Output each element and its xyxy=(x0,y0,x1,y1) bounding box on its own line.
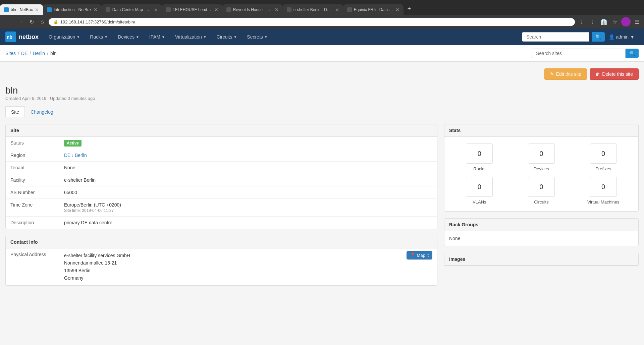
map-it-button[interactable]: 📍 Map it xyxy=(407,251,432,260)
breadcrumb-sites[interactable]: Sites xyxy=(5,51,16,56)
stat-prefixes: 0 Prefixes xyxy=(575,143,632,171)
nav-search: 🔍 xyxy=(522,32,605,42)
breadcrumb-sep-2: / xyxy=(30,51,31,56)
nav-racks[interactable]: Racks ▼ xyxy=(85,28,112,45)
bookmarks-button[interactable]: ⋮⋮⋮ xyxy=(578,17,596,26)
edit-site-button[interactable]: ✎ Edit this site xyxy=(544,68,587,80)
table-row-description: Description primary DE data centre xyxy=(6,217,437,229)
browser-tab-2[interactable]: Introduction - NetBox ✕ xyxy=(43,4,102,15)
page-content: ✎ Edit this site 🗑 Delete this site bln … xyxy=(0,62,644,299)
tab-close-2[interactable]: ✕ xyxy=(94,7,98,12)
bookmark-button[interactable]: ☆ xyxy=(611,17,619,26)
tab-site[interactable]: Site xyxy=(5,106,25,117)
browser-tab-4[interactable]: TELEHOUSE London (N... ✕ xyxy=(162,4,222,15)
tab-close-5[interactable]: ✕ xyxy=(275,7,279,12)
navbar: nb netbox Organization ▼ Racks ▼ Devices… xyxy=(0,28,644,45)
site-panel-header: Site xyxy=(6,124,437,137)
contact-panel: Contact Info Physical Address 📍 Map it xyxy=(5,236,437,286)
breadcrumb-berlin[interactable]: Berlin xyxy=(33,51,45,56)
arrow-icon: › xyxy=(72,153,75,158)
nav-circuits[interactable]: Circuits ▼ xyxy=(212,28,242,45)
caret-icon: ▼ xyxy=(233,35,237,39)
stat-vlans-box[interactable]: 0 xyxy=(466,177,493,197)
label-status: Status xyxy=(6,137,59,149)
forward-button[interactable]: → xyxy=(15,17,25,26)
home-button[interactable]: ⌂ xyxy=(39,17,46,26)
region-de-link[interactable]: DE xyxy=(64,153,70,158)
reload-button[interactable]: ↻ xyxy=(28,17,36,26)
edit-label: Edit this site xyxy=(556,71,581,77)
label-facility: Facility xyxy=(6,174,59,186)
address-input[interactable]: 🔒 192.168.141.137:32769/dcim/sites/bln/ xyxy=(49,18,575,26)
stat-devices-box[interactable]: 0 xyxy=(528,143,555,164)
menu-button[interactable]: ☰ xyxy=(633,17,641,26)
tab-favicon-2 xyxy=(47,7,52,12)
table-row-timezone: Time Zone Europe/Berlin (UTC +0200) Site… xyxy=(6,199,437,217)
pencil-icon: ✎ xyxy=(550,71,554,77)
stats-panel: Stats 0 Racks 0 Devices xyxy=(444,124,639,212)
caret-icon: ▼ xyxy=(162,35,165,39)
stat-vm-box[interactable]: 0 xyxy=(590,177,617,197)
nav-ipam[interactable]: IPAM ▼ xyxy=(145,28,170,45)
nav-organization[interactable]: Organization ▼ xyxy=(44,28,85,45)
tab-close-3[interactable]: ✕ xyxy=(154,7,158,12)
search-sites-input[interactable] xyxy=(532,49,626,58)
label-region: Region xyxy=(6,149,59,162)
label-as-number: AS Number xyxy=(6,186,59,199)
stat-circuits-value: 0 xyxy=(539,183,543,191)
tab-favicon-1 xyxy=(4,7,9,12)
rack-groups-content: None xyxy=(444,231,638,246)
back-button[interactable]: ← xyxy=(3,17,13,26)
logo-text: netbox xyxy=(19,34,39,41)
tab-favicon-7 xyxy=(347,7,352,12)
tab-close-7[interactable]: ✕ xyxy=(395,7,399,12)
tab-favicon-4 xyxy=(166,7,171,12)
browser-tab-3[interactable]: Data Center Map - Col... ✕ xyxy=(102,4,162,15)
search-sites-form: 🔍 xyxy=(532,49,639,58)
stat-prefixes-box[interactable]: 0 xyxy=(590,143,617,164)
table-row-region: Region DE › Berlin xyxy=(6,149,437,162)
nav-user[interactable]: 👤 admin ▼ xyxy=(605,34,639,40)
label-description: Description xyxy=(6,217,59,229)
site-info-table: Status Active Region DE › Ber xyxy=(6,137,437,229)
value-tenant: None xyxy=(59,162,437,174)
value-address: 📍 Map it e-shelter facility services Gmb… xyxy=(59,248,437,285)
browser-tab-7[interactable]: Equinix FR5 - Data Cen... ✕ xyxy=(343,4,404,15)
tab-close-6[interactable]: ✕ xyxy=(335,7,339,12)
breadcrumb-de[interactable]: DE xyxy=(21,51,28,56)
table-row-address: Physical Address 📍 Map it e-shelter faci… xyxy=(6,248,437,285)
tab-label-6: e-shelter Berlin - Data... xyxy=(293,7,333,12)
tabs: Site Changelog xyxy=(5,106,639,117)
stat-racks-box[interactable]: 0 xyxy=(466,143,493,164)
nav-secrets[interactable]: Secrets ▼ xyxy=(242,28,272,45)
nav-search-button[interactable]: 🔍 xyxy=(592,32,605,42)
images-header: Images xyxy=(444,253,638,266)
tab-close-1[interactable]: ✕ xyxy=(35,7,39,12)
tab-label-5: Reynolds House - Dat... xyxy=(233,7,273,12)
value-status: Active xyxy=(59,137,437,149)
browser-tab-1[interactable]: bln - NetBox ✕ xyxy=(0,4,43,15)
nav-virtualization[interactable]: Virtualization ▼ xyxy=(170,28,211,45)
stat-circuits-box[interactable]: 0 xyxy=(528,177,555,197)
value-as-number: 65000 xyxy=(59,186,437,199)
browser-tab-6[interactable]: e-shelter Berlin - Data... ✕ xyxy=(283,4,343,15)
netbox-logo[interactable]: nb netbox xyxy=(5,32,39,42)
tab-label-1: bln - NetBox xyxy=(11,7,33,12)
tab-close-4[interactable]: ✕ xyxy=(214,7,218,12)
svg-text:nb: nb xyxy=(7,35,12,40)
region-berlin-link[interactable]: Berlin xyxy=(75,153,87,158)
tab-changelog[interactable]: Changelog xyxy=(25,106,59,117)
stat-racks: 0 Racks xyxy=(451,143,508,171)
breadcrumb-sep-1: / xyxy=(18,51,19,56)
tab-label-4: TELEHOUSE London (N... xyxy=(173,7,212,12)
profile-avatar[interactable] xyxy=(621,17,631,26)
pocket-button[interactable]: 👔 xyxy=(599,17,608,26)
search-sites-button[interactable]: 🔍 xyxy=(626,49,639,58)
browser-tab-5[interactable]: Reynolds House - Dat... ✕ xyxy=(222,4,283,15)
caret-icon: ▼ xyxy=(136,35,139,39)
delete-site-button[interactable]: 🗑 Delete this site xyxy=(590,68,639,80)
stat-vlans: 0 VLANs xyxy=(451,177,508,205)
new-tab-button[interactable]: + xyxy=(404,3,415,15)
nav-devices[interactable]: Devices ▼ xyxy=(113,28,144,45)
nav-search-input[interactable] xyxy=(522,32,589,42)
